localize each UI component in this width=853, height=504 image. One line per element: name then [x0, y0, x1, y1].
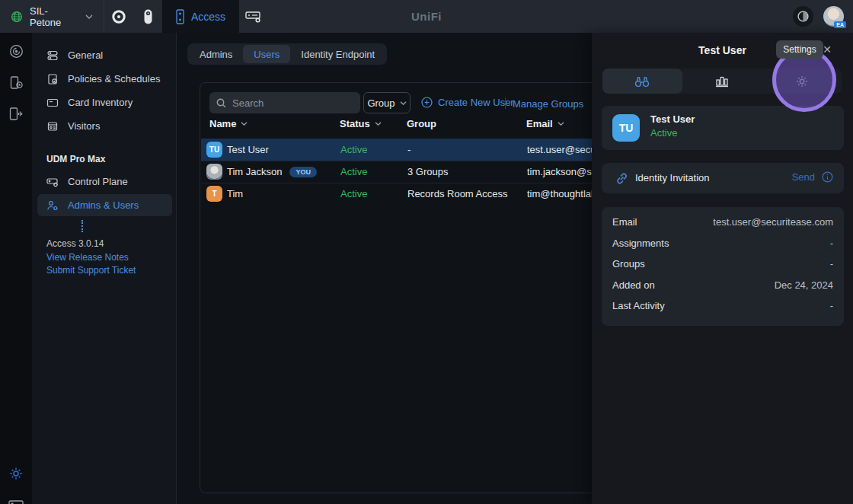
status-badge: Active [340, 139, 367, 161]
send-invitation-button[interactable]: Send [792, 171, 815, 183]
sidebar-section-label: UDM Pro Max [46, 154, 105, 164]
user-details-card: Email test.user@securitease.com Assignme… [602, 207, 844, 326]
user-name: Tim Jackson YOU [227, 161, 317, 183]
nav-connector-line [81, 220, 83, 232]
sidebar-item-label: Admins & Users [68, 199, 139, 211]
group-cell: 3 Groups [407, 161, 448, 183]
info-icon[interactable] [822, 171, 833, 183]
detail-row-email: Email test.user@securitease.com [612, 212, 833, 233]
sort-chevron-icon [241, 122, 248, 126]
sidebar-item-general[interactable]: General [37, 44, 172, 66]
user-detail-panel: Test User ✕ Settings TU Test User Active [592, 33, 853, 504]
status-badge: Active [650, 127, 677, 139]
detail-row-last-activity: Last Activity - [612, 295, 833, 317]
top-bar: SIL-Petone Access [0, 0, 853, 33]
tab-admins[interactable]: Admins [189, 45, 243, 63]
user-name: Test User [227, 139, 269, 161]
sort-chevron-icon [557, 122, 564, 126]
avatar: TU [206, 142, 222, 158]
console-icon[interactable] [239, 0, 268, 33]
user-avatar[interactable]: EA [823, 6, 844, 27]
table-row-tim[interactable]: T Tim Active Records Room Access tim@tho… [201, 183, 626, 205]
talk-app-icon[interactable] [133, 0, 162, 33]
table-row-tim-jackson[interactable]: Tim Jackson YOU Active 3 Groups tim.jack… [201, 161, 626, 183]
search-icon [216, 98, 226, 108]
layers-icon [46, 49, 59, 62]
site-selector[interactable]: SIL-Petone [0, 0, 104, 33]
protect-app-icon[interactable] [104, 0, 133, 33]
users-table-card: Group Create New User Manage Groups Name… [200, 82, 626, 493]
column-header-group[interactable]: Group [407, 118, 436, 129]
identity-invitation-card: Identity Invitation Send [602, 163, 844, 193]
tab-identity-endpoint[interactable]: Identity Endpoint [290, 45, 385, 63]
group-filter-dropdown[interactable]: Group [363, 92, 411, 113]
column-header-status[interactable]: Status [340, 118, 382, 129]
site-name: SIL-Petone [30, 5, 69, 28]
console-shortcut-icon[interactable] [6, 496, 26, 504]
detail-row-added-on: Added on Dec 24, 2024 [612, 275, 833, 296]
group-cell: Records Room Access [407, 183, 508, 205]
column-header-name[interactable]: Name [209, 118, 248, 129]
access-app-tab[interactable]: Access [162, 0, 239, 33]
settings-tab-gear-icon[interactable] [762, 69, 842, 94]
access-app-label: Access [191, 11, 225, 23]
detail-row-groups: Groups - [612, 254, 833, 275]
theme-toggle-icon[interactable] [793, 6, 813, 27]
overview-tab-binoculars-icon[interactable] [602, 69, 682, 94]
tab-users[interactable]: Users [243, 45, 290, 63]
group-cell: - [407, 139, 411, 161]
sidebar-item-admins-users[interactable]: Admins & Users [37, 194, 172, 216]
visitor-badge-icon [46, 120, 59, 132]
user-name: Test User [650, 113, 695, 125]
avatar-badge: EA [834, 21, 846, 28]
card-icon [46, 97, 59, 109]
avatar: T [206, 186, 222, 202]
activity-tab-chart-icon[interactable] [682, 69, 762, 94]
create-new-user-button[interactable]: Create New User [421, 97, 514, 108]
table-row-test-user[interactable]: TU Test User Active - test.user@securite… [201, 139, 627, 161]
divider [505, 97, 506, 109]
icon-rail [0, 33, 32, 504]
sidebar-item-label: Control Plane [68, 176, 128, 187]
column-header-email[interactable]: Email [526, 118, 564, 129]
globe-icon [11, 11, 23, 23]
view-tabs: Admins Users Identity Endpoint [187, 43, 387, 65]
sort-chevron-icon [375, 122, 382, 126]
sidebar-item-policies[interactable]: Policies & Schedules [37, 68, 172, 90]
search-box[interactable] [209, 92, 360, 113]
invitation-label: Identity Invitation [635, 172, 710, 183]
user-name: Tim [227, 183, 243, 205]
sidebar-item-label: Visitors [68, 120, 100, 132]
release-notes-link[interactable]: View Release Notes [46, 252, 129, 263]
you-badge: YOU [289, 167, 317, 177]
sidebar-item-label: Card Inventory [68, 97, 133, 108]
user-summary-card: TU Test User Active [602, 106, 844, 150]
close-icon[interactable]: ✕ [823, 43, 832, 56]
reader-device-icon[interactable] [6, 104, 26, 123]
chevron-down-icon [85, 14, 93, 19]
table-header: Name Status Group Email [200, 118, 625, 136]
avatar [206, 164, 222, 180]
sidebar-item-visitors[interactable]: Visitors [37, 115, 172, 137]
access-door-icon [176, 9, 184, 24]
status-badge: Active [340, 183, 367, 205]
door-space-icon[interactable] [6, 72, 26, 92]
link-icon [615, 172, 628, 185]
settings-tooltip: Settings [776, 40, 823, 59]
panel-tab-bar [602, 69, 842, 94]
create-new-user-label: Create New User [438, 97, 514, 108]
settings-gear-icon[interactable] [6, 464, 26, 483]
sidebar-item-card-inventory[interactable]: Card Inventory [37, 91, 172, 113]
manage-groups-label: Manage Groups [513, 98, 583, 110]
dashboard-icon[interactable] [6, 41, 26, 61]
search-input[interactable] [232, 97, 347, 109]
admins-users-icon [46, 199, 59, 212]
chevron-down-icon [400, 101, 407, 105]
sidebar: General Policies & Schedules Card Invent… [32, 33, 177, 504]
sidebar-item-control-plane[interactable]: Control Plane [37, 171, 172, 193]
manage-groups-button[interactable]: Manage Groups [513, 98, 583, 110]
version-text: Access 3.0.14 [46, 238, 104, 249]
avatar: TU [612, 114, 640, 142]
console-gear-icon [46, 176, 59, 188]
support-ticket-link[interactable]: Submit Support Ticket [46, 265, 136, 276]
